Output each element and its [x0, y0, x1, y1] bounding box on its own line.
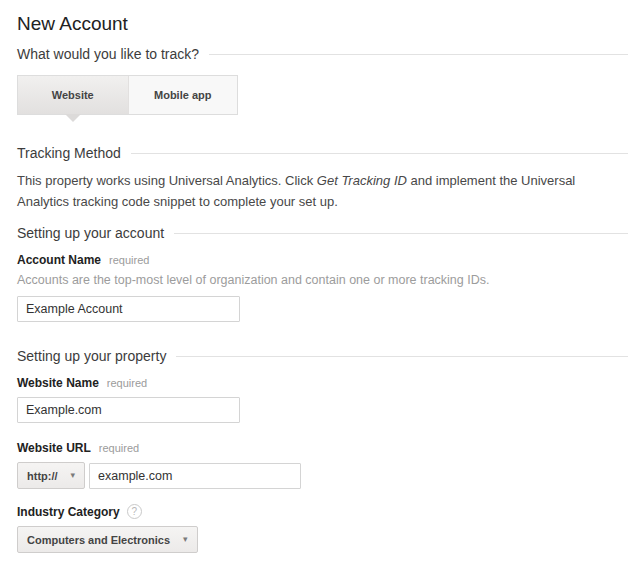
website-name-label: Website Name	[17, 376, 99, 390]
account-name-required-badge: required	[109, 254, 149, 266]
account-name-helper-text: Accounts are the top-most level of organ…	[17, 272, 628, 288]
account-name-label-row: Account Name required	[17, 253, 628, 267]
tracking-method-label: Tracking Method	[17, 145, 121, 161]
divider-line	[176, 356, 628, 357]
active-tab-pointer-icon	[65, 114, 81, 122]
account-name-input[interactable]	[17, 296, 240, 322]
tab-website[interactable]: Website	[18, 76, 128, 114]
track-question-header: What would you like to track?	[17, 46, 628, 62]
property-section-label: Setting up your property	[17, 348, 166, 364]
tab-website-label: Website	[52, 89, 94, 101]
spacer	[17, 115, 628, 124]
track-type-tabs: Website Mobile app	[17, 75, 238, 115]
tracking-method-description: This property works using Universal Anal…	[17, 170, 628, 212]
industry-category-select[interactable]: Computers and Electronics ▾	[17, 526, 198, 553]
divider-line	[131, 153, 628, 154]
website-url-required-badge: required	[99, 442, 139, 454]
website-url-label: Website URL	[17, 441, 91, 455]
industry-category-row: Computers and Electronics ▾	[17, 526, 628, 553]
page-title: New Account	[17, 12, 628, 35]
industry-category-value: Computers and Electronics	[27, 534, 170, 546]
account-section-header: Setting up your account	[17, 225, 628, 241]
account-section-label: Setting up your account	[17, 225, 164, 241]
tab-mobile-app[interactable]: Mobile app	[128, 76, 238, 114]
account-name-label: Account Name	[17, 253, 101, 267]
tracking-method-header: Tracking Method	[17, 145, 628, 161]
track-question-label: What would you like to track?	[17, 46, 199, 62]
tab-mobile-app-label: Mobile app	[154, 89, 211, 101]
divider-line	[209, 54, 628, 55]
website-url-input[interactable]	[89, 463, 301, 489]
new-account-page: New Account What would you like to track…	[0, 0, 640, 567]
tracking-description-emphasis: Get Tracking ID	[317, 173, 407, 188]
website-name-required-badge: required	[107, 377, 147, 389]
property-section-header: Setting up your property	[17, 348, 628, 364]
url-protocol-select[interactable]: http:// ▾	[17, 462, 85, 489]
website-url-row: http:// ▾	[17, 462, 628, 489]
website-name-label-row: Website Name required	[17, 376, 628, 390]
url-protocol-value: http://	[27, 470, 58, 482]
tracking-description-prefix: This property works using Universal Anal…	[17, 173, 317, 188]
industry-category-label: Industry Category	[17, 505, 120, 519]
caret-down-icon: ▾	[71, 471, 76, 480]
website-name-input[interactable]	[17, 397, 240, 423]
website-url-label-row: Website URL required	[17, 441, 628, 455]
help-icon[interactable]: ?	[127, 504, 142, 519]
caret-down-icon: ▾	[183, 535, 188, 544]
divider-line	[174, 233, 628, 234]
industry-category-label-row: Industry Category ?	[17, 504, 628, 519]
